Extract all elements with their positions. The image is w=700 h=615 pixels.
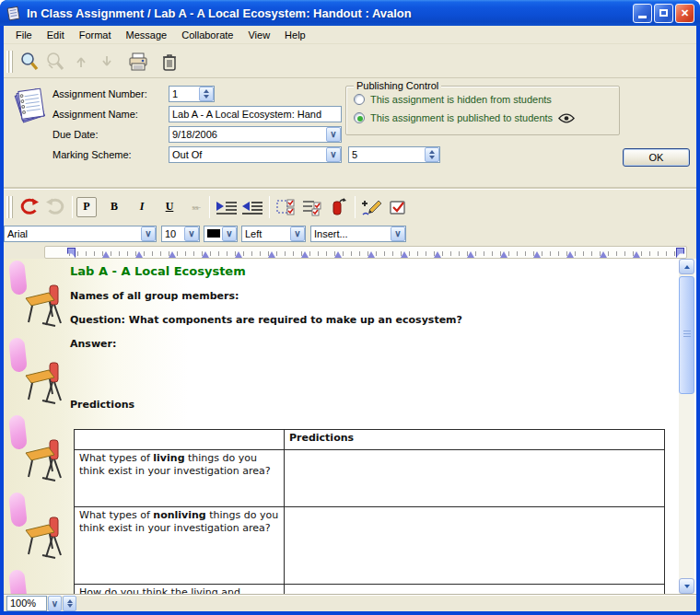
menu-collaborate[interactable]: Collaborate bbox=[174, 28, 240, 42]
radio-hidden[interactable] bbox=[354, 94, 365, 105]
font-color-dropdown[interactable]: ∨ bbox=[204, 226, 238, 242]
outdent-icon[interactable] bbox=[239, 194, 265, 220]
redo-icon[interactable] bbox=[42, 194, 68, 220]
font-dropdown[interactable]: Arial ∨ bbox=[4, 226, 157, 242]
doc-title: Lab A - A Local Ecosystem bbox=[70, 264, 246, 278]
multi-select-icon[interactable] bbox=[274, 194, 299, 220]
tab-stop-icon[interactable] bbox=[434, 250, 441, 258]
search-again-icon[interactable] bbox=[42, 49, 68, 75]
strikethrough-icon[interactable]: s̶s̶ bbox=[185, 197, 205, 217]
tab-stop-icon[interactable] bbox=[102, 250, 110, 258]
insert-dropdown[interactable]: Insert... ∨ bbox=[310, 226, 406, 242]
print-icon[interactable] bbox=[125, 49, 151, 75]
checklist-icon[interactable] bbox=[299, 194, 325, 220]
eraser-icon bbox=[8, 569, 28, 594]
paragraph-style-button[interactable]: P bbox=[76, 197, 97, 217]
tab-stop-icon[interactable] bbox=[334, 250, 342, 258]
doc-line-answer: Answer: bbox=[70, 338, 116, 350]
menu-message[interactable]: Message bbox=[119, 28, 175, 42]
marking-scheme-label: Marking Scheme: bbox=[52, 147, 132, 163]
zoom-control[interactable]: 100% ∨ bbox=[6, 596, 76, 611]
tab-stop-icon[interactable] bbox=[566, 250, 574, 258]
chevron-down-icon[interactable]: ∨ bbox=[326, 127, 341, 142]
chevron-down-icon[interactable]: ∨ bbox=[184, 226, 199, 241]
scrollbar-thumb[interactable] bbox=[679, 276, 694, 394]
close-button[interactable]: ✕ bbox=[675, 4, 694, 23]
left-indent-marker[interactable] bbox=[67, 248, 76, 258]
tab-stop-icon[interactable] bbox=[169, 250, 176, 258]
marker-icon[interactable] bbox=[325, 194, 351, 220]
trash-icon[interactable] bbox=[157, 49, 182, 75]
ok-button[interactable]: OK bbox=[623, 148, 690, 167]
scroll-down-icon[interactable] bbox=[679, 578, 694, 594]
chevron-down-icon[interactable]: ∨ bbox=[222, 226, 237, 241]
table-row: What types of nonliving things do you th… bbox=[75, 507, 665, 585]
assignment-form: Assignment Number: Assignment Name: Due … bbox=[4, 79, 696, 189]
search-icon[interactable] bbox=[17, 49, 42, 75]
menu-bar: File Edit Format Message Collaborate Vie… bbox=[4, 26, 696, 44]
italic-button[interactable]: I bbox=[132, 197, 152, 217]
tab-stop-icon[interactable] bbox=[135, 250, 143, 258]
ruler[interactable] bbox=[44, 246, 687, 259]
prev-icon[interactable] bbox=[68, 49, 94, 75]
menu-file[interactable]: File bbox=[8, 28, 40, 42]
assignment-name-field[interactable]: Lab A - A Local Ecosystem: Hand bbox=[169, 106, 342, 122]
chevron-down-icon[interactable]: ∨ bbox=[391, 226, 405, 241]
right-indent-marker[interactable] bbox=[676, 248, 684, 258]
scroll-up-icon[interactable] bbox=[679, 259, 694, 274]
underline-button[interactable]: U bbox=[159, 197, 180, 217]
assignment-number-stepper[interactable]: 1 bbox=[169, 86, 215, 102]
indent-icon[interactable] bbox=[214, 194, 239, 220]
question-cell: What types of nonliving things do you th… bbox=[75, 507, 285, 585]
menu-edit[interactable]: Edit bbox=[40, 28, 72, 42]
chevron-down-icon[interactable]: ∨ bbox=[141, 226, 156, 241]
due-date-dropdown[interactable]: 9/18/2006 ∨ bbox=[169, 126, 342, 143]
doc-line-question: Question: What components are required t… bbox=[70, 314, 462, 326]
alignment-dropdown[interactable]: Left ∨ bbox=[241, 226, 306, 242]
zoom-value[interactable]: 100% bbox=[6, 596, 47, 611]
chevron-down-icon[interactable]: ∨ bbox=[48, 596, 62, 611]
vertical-scrollbar[interactable] bbox=[679, 259, 694, 594]
marking-scheme-dropdown[interactable]: Out Of ∨ bbox=[169, 146, 342, 163]
question-cell: What types of living things do you think… bbox=[75, 450, 285, 507]
stepper-arrows-icon[interactable] bbox=[63, 596, 76, 611]
tab-stop-icon[interactable] bbox=[500, 250, 508, 258]
radio-published[interactable] bbox=[354, 112, 365, 123]
minimize-button[interactable] bbox=[633, 4, 652, 23]
bold-button[interactable]: B bbox=[104, 197, 124, 217]
tab-stop-icon[interactable] bbox=[533, 250, 541, 258]
chevron-down-icon[interactable]: ∨ bbox=[290, 226, 305, 241]
undo-icon[interactable] bbox=[17, 194, 42, 220]
toolbar-grip[interactable] bbox=[6, 196, 13, 218]
answer-cell[interactable] bbox=[285, 585, 665, 595]
school-desk-icon bbox=[24, 437, 63, 483]
answer-cell[interactable] bbox=[285, 450, 665, 507]
table-row: How do you think the living and nonlivin… bbox=[75, 585, 665, 595]
menu-help[interactable]: Help bbox=[277, 28, 313, 42]
tab-stop-icon[interactable] bbox=[600, 250, 607, 258]
edit-plus-icon[interactable] bbox=[359, 194, 385, 220]
tab-stop-icon[interactable] bbox=[301, 250, 309, 258]
font-size-dropdown[interactable]: 10 ∨ bbox=[161, 226, 200, 242]
tab-stop-icon[interactable] bbox=[467, 250, 474, 258]
tab-stop-icon[interactable] bbox=[401, 250, 408, 258]
chevron-down-icon[interactable]: ∨ bbox=[326, 147, 341, 162]
stepper-arrows-icon[interactable] bbox=[199, 87, 214, 101]
answer-cell[interactable] bbox=[285, 507, 665, 585]
menu-view[interactable]: View bbox=[240, 28, 277, 42]
marks-stepper[interactable]: 5 bbox=[348, 146, 440, 163]
next-icon[interactable] bbox=[94, 49, 120, 75]
title-bar: In Class Assignment / Lab A - A Local Ec… bbox=[0, 0, 700, 26]
color-swatch bbox=[207, 229, 220, 238]
tab-stop-icon[interactable] bbox=[202, 250, 209, 258]
toolbar-grip[interactable] bbox=[6, 51, 13, 73]
tab-stop-icon[interactable] bbox=[235, 250, 242, 258]
document-editor[interactable]: Lab A - A Local Ecosystem Names of all g… bbox=[4, 259, 696, 594]
tab-stop-icon[interactable] bbox=[633, 250, 640, 258]
menu-format[interactable]: Format bbox=[72, 28, 119, 42]
stepper-arrows-icon[interactable] bbox=[425, 147, 439, 162]
maximize-button[interactable] bbox=[654, 4, 673, 23]
tab-stop-icon[interactable] bbox=[368, 250, 375, 258]
checked-box-icon[interactable] bbox=[385, 194, 411, 220]
tab-stop-icon[interactable] bbox=[268, 250, 275, 258]
